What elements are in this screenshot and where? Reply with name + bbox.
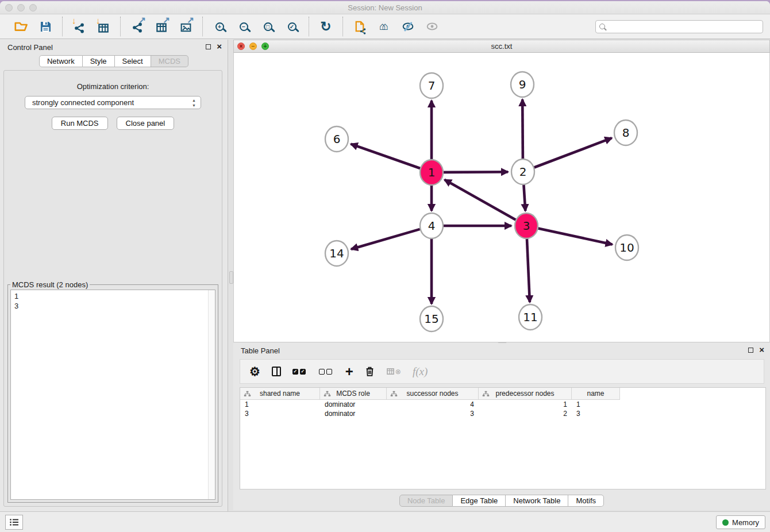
graph-edge-2-9[interactable] (522, 99, 523, 160)
graph-edge-2-3[interactable] (523, 184, 525, 211)
save-session-button[interactable] (36, 17, 55, 36)
tab-motifs[interactable]: Motifs (568, 495, 604, 507)
table-cell-shared-name[interactable]: 3 (240, 409, 320, 418)
svg-text:6: 6 (333, 132, 341, 146)
table-cell-predecessor-nodes[interactable]: 2 (479, 409, 572, 418)
close-panel-button[interactable]: Close panel (117, 117, 175, 130)
home-button[interactable]: ⌂⌂ (374, 17, 394, 36)
export-network-button[interactable]: ↗ (128, 17, 147, 36)
graph-edge-2-8[interactable] (534, 138, 612, 167)
graph-edge-3-10[interactable] (538, 229, 613, 245)
column-sort-icon (482, 391, 490, 397)
zoom-out-button[interactable]: − (234, 17, 253, 36)
mcds-result-item[interactable]: 3 (14, 301, 211, 311)
import-network-button[interactable]: ↓ (70, 17, 89, 36)
tab-network[interactable]: Network (39, 55, 83, 67)
table-row[interactable]: 3dominator323 (240, 409, 620, 418)
export-image-button[interactable]: ↗ (176, 17, 195, 36)
zoom-in-button[interactable]: + (210, 17, 229, 36)
scrollbar[interactable] (208, 290, 215, 499)
graph-node-3[interactable]: 3 (515, 213, 538, 238)
column-header-predecessor-nodes[interactable]: predecessor nodes (479, 388, 572, 399)
unchecked-box-icon (319, 369, 325, 375)
column-header-name[interactable]: name (572, 388, 620, 399)
refresh-button[interactable]: ↻ (316, 17, 336, 36)
graph-edge-1-6[interactable] (351, 144, 421, 168)
memory-button[interactable]: Memory (716, 515, 765, 529)
table-toolbar: ⚙ ✓ ✓ + ⊗ f(x) (240, 359, 764, 384)
memory-label: Memory (732, 518, 759, 527)
hide-panel-button[interactable] (398, 17, 418, 36)
graph-node-8[interactable]: 8 (614, 120, 637, 145)
delete-table-button-disabled: ⊗ (386, 368, 401, 376)
svg-text:3: 3 (523, 219, 530, 233)
task-history-button[interactable] (5, 515, 23, 530)
network-canvas[interactable]: 7968124314101511 (233, 53, 770, 342)
table-cell-mcds-role[interactable]: dominator (320, 400, 387, 409)
svg-text:2: 2 (519, 165, 527, 179)
column-header-successor-nodes[interactable]: successor nodes (387, 388, 479, 399)
clone-network-button[interactable] (350, 17, 369, 36)
tab-edge-table[interactable]: Edge Table (453, 495, 506, 507)
graph-node-10[interactable]: 10 (615, 235, 638, 260)
mcds-result-list[interactable]: 13 (10, 290, 215, 500)
graph-edge-1-2[interactable] (444, 172, 508, 172)
graph-edge-4-14[interactable] (351, 229, 420, 249)
deselect-all-columns-button[interactable] (319, 369, 334, 375)
graph-edge-3-1[interactable] (445, 180, 516, 220)
graph-edge-3-11[interactable] (527, 238, 530, 302)
graph-node-11[interactable]: 11 (519, 304, 542, 330)
svg-text:8: 8 (622, 126, 630, 140)
graph-node-2[interactable]: 2 (511, 159, 534, 184)
table-settings-button[interactable]: ⚙ (249, 366, 260, 377)
open-file-button[interactable] (11, 17, 31, 36)
table-cell-successor-nodes[interactable]: 4 (387, 400, 479, 409)
column-sort-icon (244, 391, 251, 397)
tab-node-table[interactable]: Node Table (399, 495, 453, 507)
graph-node-14[interactable]: 14 (325, 241, 348, 266)
control-panel: Control Panel × NetworkStyleSelectMCDS O… (0, 40, 228, 511)
add-column-button[interactable]: + (345, 366, 353, 377)
column-header-shared-name[interactable]: shared name (240, 388, 320, 399)
table-cell-mcds-role[interactable]: dominator (320, 409, 387, 418)
table-cell-name[interactable]: 1 (572, 400, 620, 409)
import-table-button[interactable]: ↓ (94, 17, 113, 36)
panel-divider-handle[interactable] (229, 271, 233, 284)
search-input[interactable] (605, 21, 759, 33)
graph-node-4[interactable]: 4 (420, 213, 443, 238)
select-all-columns-button[interactable]: ✓ ✓ (292, 369, 307, 375)
optimization-criterion-select[interactable]: strongly connected component ▲▼ (25, 96, 201, 109)
unchecked-box-icon (326, 369, 332, 375)
tab-mcds[interactable]: MCDS (151, 55, 188, 67)
graph-node-9[interactable]: 9 (511, 72, 534, 97)
table-row[interactable]: 1dominator411 (240, 400, 620, 409)
graph-node-7[interactable]: 7 (420, 73, 443, 98)
table-cell-successor-nodes[interactable]: 3 (387, 409, 479, 418)
close-panel-icon[interactable]: × (217, 43, 222, 50)
network-window-title: scc.txt (234, 40, 769, 53)
graph-node-6[interactable]: 6 (325, 126, 348, 152)
tab-select[interactable]: Select (115, 55, 151, 67)
show-column-panel-button[interactable] (272, 367, 281, 376)
export-table-button[interactable]: ↗ (152, 17, 171, 36)
float-panel-icon[interactable] (748, 348, 753, 353)
run-mcds-button[interactable]: Run MCDS (52, 117, 108, 130)
table-cell-name[interactable]: 3 (572, 409, 620, 418)
control-panel-tabs: NetworkStyleSelectMCDS (0, 55, 228, 67)
column-header-mcds-role[interactable]: MCDS role (320, 388, 387, 399)
graph-node-15[interactable]: 15 (420, 306, 443, 331)
window-titlebar: Session: New Session (0, 1, 770, 14)
table-cell-shared-name[interactable]: 1 (240, 400, 320, 409)
table-cell-predecessor-nodes[interactable]: 1 (479, 400, 572, 409)
tab-style[interactable]: Style (83, 55, 115, 67)
mcds-tab-content: Optimization criterion: strongly connect… (3, 70, 222, 507)
zoom-selected-button[interactable]: ✓ (282, 17, 302, 36)
zoom-fit-button[interactable]: □ (258, 17, 278, 36)
tab-network-table[interactable]: Network Table (506, 495, 568, 507)
close-panel-icon[interactable]: × (759, 346, 764, 353)
svg-text:1: 1 (428, 165, 436, 179)
graph-node-1[interactable]: 1 (420, 160, 443, 185)
mcds-result-item[interactable]: 1 (14, 291, 211, 301)
float-panel-icon[interactable] (206, 44, 211, 49)
delete-column-button[interactable] (365, 366, 375, 377)
